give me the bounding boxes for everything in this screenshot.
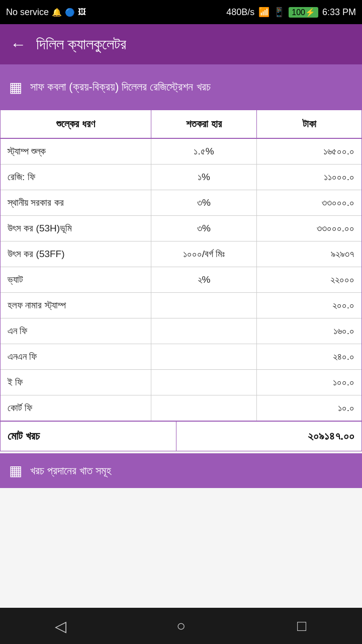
row-rate-2: ৩% [151,190,257,215]
row-type-7: এন ফি [1,318,151,344]
table-row: ই ফি ১০০.০ [1,370,361,395]
row-type-2: স্থানীয় সরকার কর [1,190,151,215]
bottom-section-text: খরচ প্রদানের খাত সমূহ [30,464,111,477]
table-row: হলফ নামার স্ট্যাম্প ২০০.০ [1,293,361,318]
page-title: দিলিল ক্যালকুলেটর [36,36,126,53]
table-total-row: মোট খরচ ২০৯১৪৭.০০ [1,421,361,451]
nav-recent-button[interactable]: □ [287,611,317,641]
row-taka-7: ১৬০.০ [257,318,361,344]
row-rate-3: ৩% [151,216,257,241]
row-taka-2: ৩৩০০০.০ [257,190,361,215]
nav-home-button[interactable]: ○ [166,611,196,641]
battery-icon: 100⚡ [289,7,318,18]
row-rate-7 [151,318,257,344]
status-right: 480B/s 📶 📱 100⚡ 6:33 PM [226,7,356,18]
row-rate-0: ১.৫% [151,139,257,164]
main-table: শুল্কের ধরণ শতকরা হার টাকা স্ট্যাম্প শুল… [0,110,362,451]
section-header-icon: ▦ [9,79,22,96]
row-taka-1: ১১০০০.০ [257,165,361,190]
table-rows-container: স্ট্যাম্প শুল্ক ১.৫% ১৬৫০০.০ রেজি: ফি ১%… [1,139,361,421]
col-header-rate: শতকরা হার [151,110,257,138]
table-row: কোর্ট ফি ১০.০ [1,395,361,421]
row-type-9: ই ফি [1,370,151,395]
time-text: 6:33 PM [322,7,356,18]
row-taka-5: ২২০০০ [257,267,361,292]
row-type-1: রেজি: ফি [1,165,151,190]
image-icon: 🖼 [78,8,86,17]
table-row: উৎস কর (53H)ভূমি ৩% ৩৩০০০.০০ [1,216,361,242]
row-type-8: এনএন ফি [1,344,151,369]
row-type-0: স্ট্যাম্প শুল্ক [1,139,151,164]
row-type-3: উৎস কর (53H)ভূমি [1,216,151,241]
app-bar: ← দিলিল ক্যালকুলেটর [0,24,362,64]
row-rate-10 [151,395,257,421]
row-rate-9 [151,370,257,395]
col-header-type: শুল্কের ধরণ [1,110,151,138]
no-service-text: No service [6,7,49,18]
row-rate-5: ২% [151,267,257,292]
section-header: ▦ সাফ কবলা (ক্রয়-বিক্রয়) দিলেলর রেজিস্… [0,64,362,110]
notification-icon: 🔔 [52,8,62,17]
table-row: রেজি: ফি ১% ১১০০০.০ [1,165,361,190]
table-row: এন ফি ১৬০.০ [1,318,361,344]
signal-icon: 📱 [274,7,285,18]
col-header-taka: টাকা [257,110,361,138]
bluetooth-icon: 🔵 [65,8,75,17]
row-taka-4: ৯২৯৩৭ [257,242,361,267]
row-taka-9: ১০০.০ [257,370,361,395]
row-type-10: কোর্ট ফি [1,395,151,421]
bottom-section-icon: ▦ [9,462,22,479]
table-row: উৎস কর (53FF) ১০০০/বর্গ মিঃ ৯২৯৩৭ [1,242,361,267]
nav-bar: ◁ ○ □ [0,608,362,644]
total-value: ২০৯১৪৭.০০ [176,422,361,451]
table-row: ভ্যাট ২% ২২০০০ [1,267,361,293]
row-taka-6: ২০০.০ [257,293,361,318]
back-button[interactable]: ← [10,35,26,54]
table-row: স্ট্যাম্প শুল্ক ১.৫% ১৬৫০০.০ [1,139,361,165]
row-taka-3: ৩৩০০০.০০ [257,216,361,241]
wifi-icon: 📶 [258,7,269,18]
table-row: এনএন ফি ২৪০.০ [1,344,361,370]
section-header-text: সাফ কবলা (ক্রয়-বিক্রয়) দিলেলর রেজিস্ট্… [30,79,211,95]
bottom-section[interactable]: ▦ খরচ প্রদানের খাত সমূহ [0,453,362,488]
row-type-4: উৎস কর (53FF) [1,242,151,267]
row-taka-0: ১৬৫০০.০ [257,139,361,164]
status-left: No service 🔔 🔵 🖼 [6,7,86,18]
total-label: মোট খরচ [1,422,176,451]
status-bar: No service 🔔 🔵 🖼 480B/s 📶 📱 100⚡ 6:33 PM [0,0,362,24]
row-taka-8: ২৪০.০ [257,344,361,369]
row-rate-4: ১০০০/বর্গ মিঃ [151,242,257,267]
nav-back-button[interactable]: ◁ [45,611,75,641]
row-rate-8 [151,344,257,369]
speed-text: 480B/s [226,7,254,18]
row-type-6: হলফ নামার স্ট্যাম্প [1,293,151,318]
table-header-row: শুল্কের ধরণ শতকরা হার টাকা [1,110,361,139]
table-row: স্থানীয় সরকার কর ৩% ৩৩০০০.০ [1,190,361,216]
row-rate-1: ১% [151,165,257,190]
row-taka-10: ১০.০ [257,395,361,421]
row-rate-6 [151,293,257,318]
row-type-5: ভ্যাট [1,267,151,292]
